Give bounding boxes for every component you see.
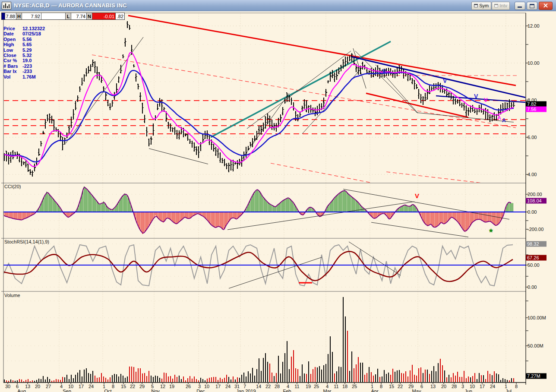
info-panel: Price12.132322Date07/25/18Open5.56High5.… [3, 26, 45, 79]
net-change-cell: -0.01 [92, 13, 116, 19]
last-price-cell: 7.88 [5, 13, 16, 19]
info-row: Price12.132322 [3, 26, 45, 31]
close-fragment-cell: .82 [116, 13, 124, 19]
symbol-color-swatch [2, 13, 5, 19]
info-row: Date07/25/18 [3, 31, 45, 36]
window-mini-icon [474, 4, 478, 7]
high-value-cell: 7.92 [22, 13, 41, 19]
info-row-label: Vol [3, 74, 22, 79]
app-icon [2, 2, 11, 9]
info-row-value: 12.132322 [22, 26, 45, 31]
volume-panel-label: Volume [4, 293, 20, 298]
svg-text:V: V [484, 97, 488, 103]
info-row: Vol1.76M [3, 74, 45, 79]
chart-canvas[interactable]: VVVVAAV* [0, 0, 556, 392]
svg-text:A: A [502, 117, 506, 123]
maximize-button[interactable] [527, 2, 537, 10]
info-row-value: -223 [22, 63, 32, 69]
svg-text:A: A [497, 115, 501, 121]
minimize-icon [518, 6, 522, 8]
svg-text:V: V [415, 192, 419, 199]
svg-text:V: V [474, 93, 478, 100]
info-row-label: Csr % [3, 58, 22, 63]
info-row: # Bars-223 [3, 63, 45, 69]
titlebar[interactable]: NYSE:ACB,D — AURORA CANNABIS INC Sym Int… [0, 0, 556, 11]
spacer-cell [41, 13, 66, 19]
info-row-label: Low [3, 47, 22, 53]
info-row-label: Open [3, 37, 22, 42]
info-row: Csr %19.0 [3, 58, 45, 63]
info-row: High5.65 [3, 42, 45, 47]
info-row-value: 1.76M [22, 74, 36, 79]
app-window: VVVVAAV* NYSE:ACB,D — AURORA CANNABIS IN… [0, 0, 556, 392]
info-row-label: Close [3, 53, 22, 58]
cci-panel-label: CCI(20) [4, 184, 21, 189]
info-row: Close5.32 [3, 53, 45, 58]
info-row-label: Bar Ix [3, 69, 22, 74]
info-row-value: 5.29 [22, 47, 32, 53]
svg-text:*: * [489, 227, 493, 237]
net-label: N [87, 13, 92, 19]
info-row-label: High [3, 42, 22, 47]
stochrsi-panel-label: StochRSI(14,14(1),9) [4, 239, 49, 244]
info-row-value: 19.0 [22, 58, 32, 63]
quote-bar: 7.88 H 7.92 L 7.74 N -0.01 .82 [1, 13, 125, 20]
svg-text:V: V [382, 68, 386, 75]
high-label: H [16, 13, 22, 19]
low-label: L [66, 13, 71, 19]
sym-button[interactable]: Sym [471, 2, 491, 10]
info-row-value: 5.65 [22, 42, 32, 47]
info-row-value: 07/25/18 [22, 31, 41, 36]
info-row-value: 5.56 [22, 37, 32, 42]
intv-button[interactable]: Intv [492, 2, 510, 10]
window-mini-icon [494, 4, 498, 7]
minimize-button[interactable] [515, 2, 525, 10]
low-value-cell: 7.74 [71, 13, 87, 19]
info-row-label: # Bars [3, 63, 22, 69]
info-row: Open5.56 [3, 37, 45, 42]
svg-text:V: V [443, 77, 447, 84]
info-row-value: -233 [22, 69, 32, 74]
info-row: Low5.29 [3, 47, 45, 53]
info-row: Bar Ix-233 [3, 69, 45, 74]
info-row-label: Price [3, 26, 22, 31]
window-title: NYSE:ACB,D — AURORA CANNABIS INC [14, 2, 127, 9]
info-row-label: Date [3, 31, 22, 36]
maximize-icon [530, 4, 534, 8]
close-button[interactable] [539, 2, 553, 10]
info-row-value: 5.32 [22, 53, 32, 58]
